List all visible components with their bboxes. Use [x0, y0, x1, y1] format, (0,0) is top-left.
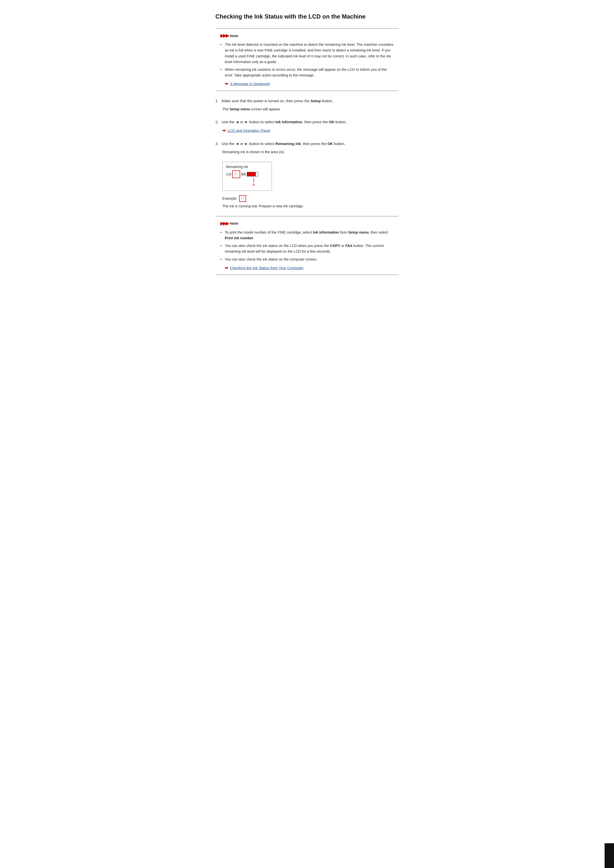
note2-item1-mid: from	[339, 230, 348, 234]
note1-item-1: The ink level detector is mounted on the…	[220, 42, 394, 65]
step-3-detail-text: Remaining ink is shown in the area (A).	[222, 150, 285, 154]
step-2-link-item: ➡ LCD and Operation Panel	[222, 127, 399, 134]
note2-item-1: To print the model number of the FINE ca…	[220, 229, 394, 241]
step-1-number: 1.	[215, 99, 219, 103]
note2-link-arrow-icon: ➡	[225, 265, 228, 271]
step-3-detail: Remaining ink is shown in the area (A).	[222, 149, 399, 155]
step-2-text3: button.	[334, 120, 347, 124]
note1-list: The ink level detector is mounted on the…	[220, 42, 394, 78]
note1-link[interactable]: A Message Is Displayed	[230, 81, 270, 87]
page-title: Checking the Ink Status with the LCD on …	[215, 12, 399, 21]
note2-item2-bold2: FAX	[345, 244, 352, 248]
lcd-diagram-title: Remaining ink	[226, 164, 268, 169]
step-3-text: 3. Use the ◄ or ► button to select Remai…	[215, 141, 399, 147]
note1-arrows-icon: ▶▶▶	[220, 32, 229, 39]
step-3-text3: button.	[333, 141, 345, 146]
step-3: 3. Use the ◄ or ► button to select Remai…	[215, 141, 399, 209]
example-row: Example: !↑	[222, 195, 399, 202]
lcd-diagram: Remaining ink Col !↑ Blk A	[222, 162, 272, 191]
lcd-col-label: Col	[226, 172, 231, 177]
step-2-bold2: OK	[329, 120, 334, 124]
step-2-intro: Use the ◄ or ► button to select	[222, 120, 275, 124]
step-2: 2. Use the ◄ or ► button to select Ink i…	[215, 119, 399, 134]
step-2-link-arrow-icon: ➡	[222, 127, 225, 134]
note2-arrows-icon: ▶▶▶	[220, 220, 229, 227]
step-2-text2: , then press the	[302, 120, 329, 124]
step-1-text2: button.	[321, 99, 333, 103]
example-description: The ink is running low. Prepare a new in…	[222, 203, 399, 209]
note2-item-3: You can also check the ink status on the…	[220, 257, 394, 262]
note2-item3-text: You can also check the ink status on the…	[225, 257, 317, 261]
note2-link-item: ➡ Checking the Ink Status from Your Comp…	[225, 265, 394, 271]
note2-item2-mid: or	[340, 244, 345, 248]
lcd-diagram-container: Remaining ink Col !↑ Blk A	[222, 158, 399, 193]
step-1-intro: Make sure that the power is turned on, t…	[222, 99, 311, 103]
step-3-number: 3.	[215, 141, 219, 146]
note2-list: To print the model number of the FINE ca…	[220, 229, 394, 262]
note2-item1-bold2: Setup menu	[348, 230, 368, 234]
note2-item1-bold3: Print ink number	[225, 236, 253, 240]
note2-item2-text: You can also check the ink status on the…	[225, 244, 330, 248]
lcd-blk-label: Blk	[241, 172, 246, 177]
example-label: Example:	[222, 196, 237, 202]
step-1-text: 1. Make sure that the power is turned on…	[215, 98, 399, 104]
note1-header: ▶▶▶ Note	[220, 32, 394, 39]
step-3-intro: Use the ◄ or ► button to select	[222, 141, 275, 146]
step-3-text2: , then press the	[301, 141, 328, 146]
step-3-bold2: OK	[327, 141, 333, 146]
lcd-arrow-a: A	[239, 178, 268, 188]
step-1: 1. Make sure that the power is turned on…	[215, 98, 399, 112]
note-box-1: ▶▶▶ Note The ink level detector is mount…	[215, 28, 399, 91]
note1-title: Note	[230, 33, 238, 39]
note1-item-2: When remaining ink cautions or errors oc…	[220, 67, 394, 78]
lcd-warn-cell: !↑	[232, 170, 240, 178]
note2-item2-bold1: COPY	[330, 244, 340, 248]
step-1-detail-bold: Setup menu	[230, 107, 250, 111]
step-2-number: 2.	[215, 120, 219, 124]
step-1-detail-text: The	[222, 107, 230, 111]
step-1-bold: Setup	[311, 99, 321, 103]
note-box-2: ▶▶▶ Note To print the model number of th…	[215, 216, 399, 275]
step-2-bold1: Ink information	[275, 120, 302, 124]
note2-link[interactable]: Checking the Ink Status from Your Comput…	[230, 265, 303, 271]
lcd-diagram-row: Col !↑ Blk	[226, 170, 268, 178]
note1-link-arrow-icon: ➡	[225, 81, 228, 87]
example-warn-icon: !↑	[239, 195, 246, 202]
note2-item1-final: .	[253, 236, 254, 240]
step-2-link[interactable]: LCD and Operation Panel	[227, 128, 270, 133]
note2-header: ▶▶▶ Note	[220, 220, 394, 227]
note2-item1-bold1: Ink information	[313, 230, 339, 234]
note2-item1-end: , then select	[368, 230, 388, 234]
lcd-ink-bar	[247, 172, 256, 177]
step-2-text: 2. Use the ◄ or ► button to select Ink i…	[215, 119, 399, 125]
step-3-bold1: Remaining ink	[275, 141, 301, 146]
lcd-arrow-line	[253, 178, 254, 182]
lcd-area-label: A	[253, 182, 255, 188]
note2-item-2: You can also check the ink status on the…	[220, 243, 394, 254]
note2-title: Note	[230, 220, 238, 226]
note2-item1-text: To print the model number of the FINE ca…	[225, 230, 313, 234]
lcd-ink-end	[256, 172, 258, 177]
step-1-detail-text2: screen will appear.	[250, 107, 281, 111]
note1-link-item: ➡ A Message Is Displayed	[225, 81, 394, 87]
step-1-detail: The Setup menu screen will appear.	[222, 106, 399, 112]
